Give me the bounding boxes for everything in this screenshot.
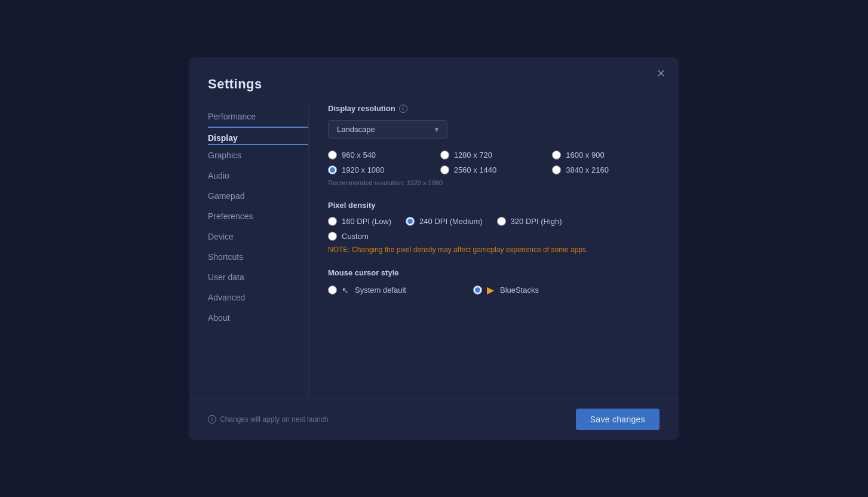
- footer-info-icon: i: [208, 415, 216, 424]
- dpi-options: 160 DPI (Low) 240 DPI (Medium) 320 DPI (…: [328, 217, 660, 226]
- dpi-custom[interactable]: Custom: [328, 232, 660, 241]
- sidebar: Performance Display Graphics Audio Gamep…: [189, 102, 308, 398]
- sidebar-item-advanced[interactable]: Advanced: [208, 287, 308, 308]
- save-changes-button[interactable]: Save changes: [576, 409, 660, 430]
- resolution-960-540[interactable]: 960 x 540: [328, 151, 435, 159]
- cursor-bluestacks[interactable]: ▶ BlueStacks: [473, 284, 539, 296]
- sidebar-item-about[interactable]: About: [208, 308, 308, 328]
- cursor-options: ↖ System default ▶ BlueStacks: [328, 284, 660, 296]
- dpi-320-radio[interactable]: [497, 217, 506, 226]
- dpi-160-radio[interactable]: [328, 217, 337, 226]
- resolution-2560-1440-radio[interactable]: [440, 165, 449, 174]
- info-icon: i: [399, 105, 407, 113]
- sidebar-item-preferences[interactable]: Preferences: [208, 206, 308, 226]
- resolution-grid: 960 x 540 1280 x 720 1600 x 900 192: [328, 151, 660, 174]
- bluestacks-cursor-icon: ▶: [487, 284, 494, 296]
- sidebar-item-user-data[interactable]: User data: [208, 267, 308, 287]
- close-button[interactable]: ✕: [652, 66, 670, 81]
- dpi-custom-radio[interactable]: [328, 232, 337, 241]
- resolution-3840-2160[interactable]: 3840 x 2160: [552, 165, 660, 174]
- resolution-1920-1080-radio[interactable]: [328, 165, 337, 174]
- resolution-1280-720[interactable]: 1280 x 720: [440, 151, 548, 159]
- cursor-system-default-radio[interactable]: [328, 286, 337, 294]
- resolution-2560-1440[interactable]: 2560 x 1440: [440, 165, 548, 174]
- settings-content: Display resolution i Landscape ▼: [308, 102, 679, 398]
- resolution-1600-900-radio[interactable]: [552, 151, 561, 159]
- landscape-dropdown[interactable]: Landscape: [328, 120, 447, 139]
- resolution-1920-1080[interactable]: 1920 x 1080: [328, 165, 435, 174]
- resolution-1600-900[interactable]: 1600 x 900: [552, 151, 660, 159]
- dpi-240-radio[interactable]: [406, 217, 415, 226]
- dialog-title: Settings: [189, 57, 679, 102]
- footer-note: i Changes will apply on next launch: [208, 415, 328, 424]
- pixel-density-note: NOTE: Changing the pixel density may aff…: [328, 246, 660, 254]
- landscape-dropdown-container: Landscape ▼: [328, 120, 447, 139]
- cursor-bluestacks-radio[interactable]: [473, 286, 482, 294]
- sidebar-item-graphics[interactable]: Graphics: [208, 145, 308, 165]
- display-resolution-title: Display resolution i: [328, 104, 660, 113]
- cursor-system-default[interactable]: ↖ System default: [328, 286, 406, 295]
- sidebar-item-device[interactable]: Device: [208, 226, 308, 247]
- mouse-cursor-title: Mouse cursor style: [328, 268, 660, 277]
- cursor-arrow-icon: ↖: [342, 286, 349, 295]
- resolution-960-540-radio[interactable]: [328, 151, 337, 159]
- sidebar-item-audio[interactable]: Audio: [208, 165, 308, 186]
- sidebar-item-display[interactable]: Display: [208, 128, 308, 145]
- resolution-1280-720-radio[interactable]: [440, 151, 449, 159]
- sidebar-item-shortcuts[interactable]: Shortcuts: [208, 247, 308, 267]
- pixel-density-title: Pixel density: [328, 201, 660, 210]
- dpi-320[interactable]: 320 DPI (High): [497, 217, 562, 226]
- resolution-3840-2160-radio[interactable]: [552, 165, 561, 174]
- dpi-160[interactable]: 160 DPI (Low): [328, 217, 391, 226]
- recommended-resolution-text: Recommended resolution: 1920 x 1080: [328, 179, 660, 186]
- sidebar-item-performance[interactable]: Performance: [208, 106, 308, 128]
- sidebar-item-gamepad[interactable]: Gamepad: [208, 186, 308, 206]
- dpi-240[interactable]: 240 DPI (Medium): [406, 217, 482, 226]
- dialog-footer: i Changes will apply on next launch Save…: [189, 398, 679, 440]
